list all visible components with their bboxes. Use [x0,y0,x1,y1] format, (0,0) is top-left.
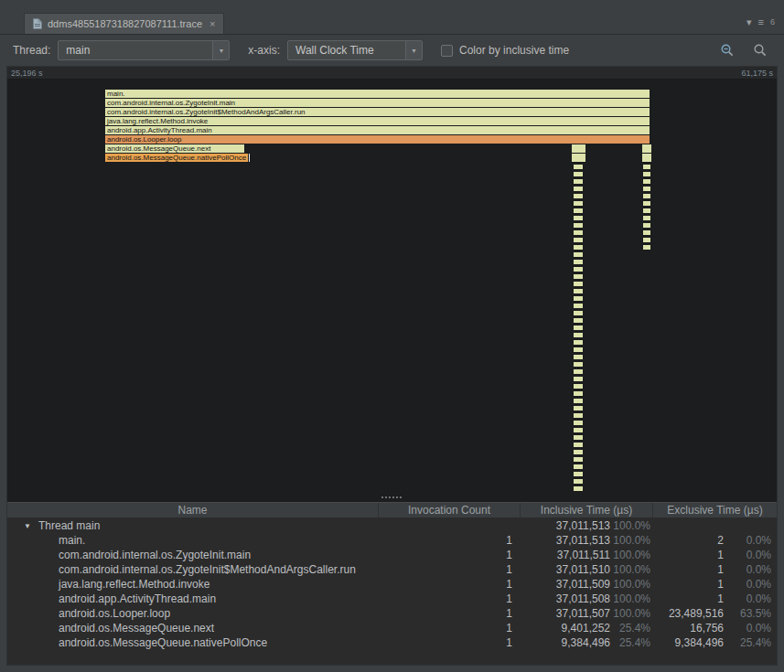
flame-frame[interactable]: com.android.internal.os.ZygoteInit.main [105,99,650,107]
column-header-invocation-count[interactable]: Invocation Count [378,503,520,517]
method-name: com.android.internal.os.ZygoteInit$Metho… [59,563,356,576]
time-range-start: 25,196 s [11,69,43,78]
tab-list-icon[interactable]: ≡ [758,16,764,27]
method-name: com.android.internal.os.ZygoteInit.main [59,549,251,561]
traceview-window: ddms4855187318827087111.trace × ▾ ≡ 6 Th… [0,0,784,672]
table-row[interactable]: ▼Thread main37,011,513100.0% [7,518,777,533]
inclusive-time-value: 37,011,513 [556,534,610,547]
trace-panel: 25,196 s 61,175 s main.com.android.inter… [6,66,778,666]
inclusive-time-percent: 100.0% [610,534,650,547]
thread-label: Thread: [13,44,50,57]
table-row[interactable]: com.android.internal.os.ZygoteInit.main1… [7,548,777,562]
exclusive-time-value: 2 [717,534,724,547]
inclusive-time-value: 37,011,511 [557,549,610,561]
inclusive-time-percent: 100.0% [610,607,650,620]
exclusive-time-value: 1 [717,549,724,561]
color-by-inclusive-checkbox[interactable]: Color by inclusive time [441,44,569,57]
inclusive-time-percent: 100.0% [610,563,650,576]
exclusive-time-percent: 25.4% [724,636,771,649]
exclusive-time-percent: 0.0% [724,622,771,635]
tab-title: ddms4855187318827087111.trace [48,18,202,29]
text-caret [249,154,250,162]
inclusive-time-value: 9,401,252 [562,622,610,635]
exclusive-time-value: 9,384,496 [675,636,724,649]
flame-call-block[interactable] [642,154,651,162]
inclusive-time-value: 37,011,507 [556,607,610,620]
flame-call-block[interactable] [572,154,585,162]
flame-call-block[interactable] [642,144,651,153]
exclusive-time-percent: 0.0% [724,549,771,561]
method-name: Thread main [38,519,100,532]
close-icon[interactable]: × [209,18,215,29]
table-row[interactable]: java.lang.reflect.Method.invoke137,011,5… [7,577,777,592]
exclusive-time-percent: 0.0% [724,592,771,605]
exclusive-time-value: 16,756 [690,622,724,635]
table-row[interactable]: android.app.ActivityThread.main137,011,5… [7,592,777,606]
thread-select[interactable]: main ▼ [58,40,230,60]
invocation-count-value: 1 [378,563,520,576]
expander-icon[interactable]: ▼ [24,522,33,530]
inclusive-time-percent: 25.4% [610,622,650,635]
table-row[interactable]: com.android.internal.os.ZygoteInit$Metho… [7,562,777,577]
exclusive-time-value: 1 [717,578,724,591]
tab-bar-actions: ▾ ≡ 6 [746,16,775,27]
inclusive-time-percent: 100.0% [610,549,650,561]
time-range-end: 61,175 s [741,69,773,78]
inclusive-time-value: 37,011,513 [556,519,610,532]
exclusive-time-value: 1 [717,592,724,605]
exclusive-time-percent: 0.0% [724,578,771,591]
toolbar: Thread: main ▼ x-axis: Wall Clock Time ▼… [0,35,784,66]
table-row[interactable]: android.os.MessageQueue.nativePollOnce19… [7,635,777,650]
zoom-out-icon[interactable] [720,43,735,58]
table-row[interactable]: main.137,011,513100.0%20.0% [7,533,777,548]
inclusive-time-percent: 25.4% [610,636,650,649]
column-header-inclusive-time[interactable]: Inclusive Time (µs) [520,503,652,517]
column-header-name[interactable]: Name [7,503,378,517]
time-ruler[interactable]: 25,196 s 61,175 s [7,67,777,80]
editor-tab-trace[interactable]: ddms4855187318827087111.trace × [24,13,224,34]
exclusive-time-percent: 63.5% [724,607,771,620]
editor-tab-bar: ddms4855187318827087111.trace × ▾ ≡ 6 [0,0,784,35]
xaxis-value: Wall Clock Time [288,41,405,59]
table-row[interactable]: android.os.Looper.loop137,011,507100.0%2… [7,606,777,621]
flame-frame[interactable]: com.android.internal.os.ZygoteInit$Metho… [105,108,650,116]
chevron-down-icon[interactable]: ▾ [746,16,752,27]
checkbox-label[interactable]: Color by inclusive time [459,44,569,57]
invocation-count-value: 1 [378,592,520,605]
invocation-count-value: 1 [378,534,520,547]
flame-call-block[interactable] [572,144,585,153]
search-icon[interactable] [753,43,768,58]
hidden-tabs-count: 6 [770,16,775,27]
flame-chart[interactable]: main.com.android.internal.os.ZygoteInit.… [7,80,777,502]
flame-frame[interactable]: android.os.MessageQueue.nativePollOnce [105,154,248,162]
chevron-down-icon[interactable]: ▼ [212,41,229,59]
invocation-count-value: 1 [378,636,520,649]
thread-value: main [59,41,212,59]
flame-call-column[interactable] [574,165,583,494]
column-header-exclusive-time[interactable]: Exclusive Time (µs) [652,503,777,517]
table-row[interactable]: android.os.MessageQueue.next19,401,25225… [7,621,777,635]
inclusive-time-percent: 100.0% [610,519,650,532]
splitter-grip[interactable] [381,496,383,498]
checkbox-box[interactable] [441,45,453,57]
invocation-count-value: 1 [378,622,520,635]
flame-frame[interactable]: android.app.ActivityThread.main [105,126,650,134]
flame-frame[interactable]: main. [105,90,650,98]
flame-call-column[interactable] [643,165,650,251]
method-name: java.lang.reflect.Method.invoke [59,578,209,591]
xaxis-label: x-axis: [248,44,280,57]
invocation-count-value: 1 [378,549,520,561]
inclusive-time-value: 37,011,510 [556,563,610,576]
inclusive-time-percent: 100.0% [610,592,650,605]
method-name: android.os.Looper.loop [59,607,170,620]
flame-frame[interactable]: android.os.Looper.loop [105,135,650,144]
xaxis-select[interactable]: Wall Clock Time ▼ [287,40,423,60]
exclusive-time-value: 23,489,516 [669,607,724,620]
exclusive-time-percent: 0.0% [724,563,771,576]
inclusive-time-value: 9,384,496 [562,636,610,649]
flame-frame[interactable]: java.lang.reflect.Method.invoke [105,117,650,125]
method-name: android.os.MessageQueue.nativePollOnce [59,636,267,649]
flame-frame[interactable]: android.os.MessageQueue.next [105,144,244,153]
chevron-down-icon[interactable]: ▼ [405,41,422,59]
table-body: ▼Thread main37,011,513100.0%main.137,011… [7,518,777,665]
